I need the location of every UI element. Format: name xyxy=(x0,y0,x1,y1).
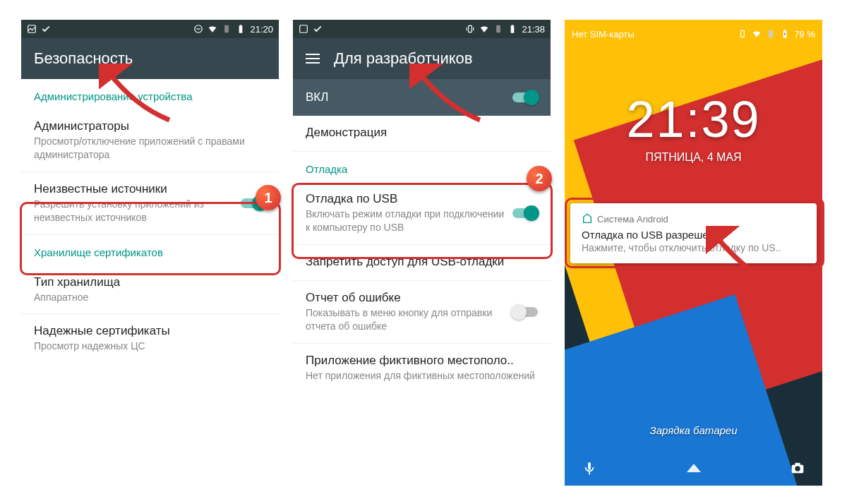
item-title: Администраторы xyxy=(34,119,266,133)
vibrate-icon xyxy=(738,29,747,39)
section-cert-storage: Хранилище сертификатов xyxy=(21,235,279,265)
wifi-icon xyxy=(208,24,217,34)
svg-point-21 xyxy=(795,466,800,471)
clock-label: 21:38 xyxy=(522,24,545,35)
wifi-icon xyxy=(752,29,762,39)
lockscreen-bottom-bar xyxy=(565,460,822,476)
phone-lockscreen: Нет SIM-карты 79 % 21:39 ПЯТНИЦА, 4 МАЯ … xyxy=(565,20,822,486)
svg-rect-16 xyxy=(784,30,786,30)
item-mock-location[interactable]: Приложение фиктивного местополо.. Нет пр… xyxy=(293,344,551,392)
item-desc: Показывать в меню кнопку для отправки от… xyxy=(306,306,505,333)
appbar-title: Для разработчиков xyxy=(334,49,473,68)
svg-rect-10 xyxy=(497,25,501,33)
phone-security: 21:20 Безопасность Администрирование уст… xyxy=(21,20,279,486)
item-title: Надежные сертификаты xyxy=(34,324,266,338)
lockscreen-clock: 21:39 ПЯТНИЦА, 4 МАЯ xyxy=(565,90,822,164)
svg-rect-4 xyxy=(239,25,243,33)
step-badge-2: 2 xyxy=(527,166,552,191)
item-title: Запретить доступ для USB-отладки xyxy=(306,255,538,269)
sim-icon xyxy=(493,24,503,34)
svg-rect-0 xyxy=(28,25,36,33)
svg-rect-7 xyxy=(469,25,472,32)
toggle-developer-master[interactable] xyxy=(512,92,538,102)
sim-icon xyxy=(222,24,232,34)
check-icon xyxy=(313,24,323,34)
item-usb-debugging[interactable]: Отладка по USB Включать режим отладки пр… xyxy=(293,182,551,245)
item-title: Отчет об ошибке xyxy=(306,291,505,305)
appbar-title: Безопасность xyxy=(34,49,133,68)
item-desc: Просмотр надежных ЦС xyxy=(34,340,266,353)
notification-usb-debugging[interactable]: Система Android Отладка по USB разрешена… xyxy=(570,203,817,263)
appbar-security: Безопасность xyxy=(21,38,279,79)
svg-rect-18 xyxy=(588,462,591,470)
appbar-developer: Для разработчиков xyxy=(293,38,551,79)
item-title: Тип хранилища xyxy=(34,275,266,289)
vibrate-icon xyxy=(465,24,475,34)
item-title: Демонстрация xyxy=(306,126,538,140)
charging-label: Зарядка батареи xyxy=(565,424,822,436)
step-badge-1: 1 xyxy=(256,185,281,210)
item-administrators[interactable]: Администраторы Просмотр/отключение прило… xyxy=(21,109,279,172)
item-title: Приложение фиктивного местополо.. xyxy=(306,354,538,368)
voice-icon[interactable] xyxy=(582,460,597,476)
toggle-usb-debugging[interactable] xyxy=(512,208,538,218)
svg-rect-14 xyxy=(769,30,773,38)
item-bug-report[interactable]: Отчет об ошибке Показывать в меню кнопку… xyxy=(293,281,551,344)
section-device-admin: Администрирование устройства xyxy=(21,79,279,109)
dev-content: Демонстрация Отладка Отладка по USB Вклю… xyxy=(293,116,551,392)
chevron-up-icon[interactable] xyxy=(687,464,701,472)
svg-rect-12 xyxy=(512,25,513,25)
svg-rect-3 xyxy=(225,25,229,33)
sim-icon xyxy=(766,29,776,39)
master-toggle-bar: ВКЛ xyxy=(293,79,551,116)
phone-developer: 21:38 Для разработчиков ВКЛ Демонстрация… xyxy=(293,20,551,486)
item-title: Неизвестные источники xyxy=(34,182,234,196)
image-icon xyxy=(299,24,308,34)
clock-time: 21:39 xyxy=(565,90,822,148)
image-icon xyxy=(27,24,37,34)
notification-source: Система Android xyxy=(582,213,805,224)
battery-charging-icon xyxy=(780,29,790,39)
status-bar: 21:38 xyxy=(293,20,551,38)
hamburger-icon[interactable] xyxy=(306,54,320,64)
android-icon xyxy=(582,213,593,224)
svg-rect-5 xyxy=(240,25,241,25)
svg-rect-6 xyxy=(300,25,308,33)
svg-rect-22 xyxy=(795,463,800,466)
item-trusted-certs[interactable]: Надежные сертификаты Просмотр надежных Ц… xyxy=(21,314,279,363)
status-bar: 21:20 xyxy=(21,20,279,38)
status-bar: Нет SIM-карты 79 % xyxy=(565,24,822,44)
item-revoke-usb[interactable]: Запретить доступ для USB-отладки xyxy=(293,245,551,281)
settings-content: Администрирование устройства Администрат… xyxy=(21,79,279,363)
notification-title: Отладка по USB разрешена xyxy=(582,229,805,241)
item-desc: Включать режим отладки при подключении к… xyxy=(306,208,505,234)
section-debugging: Отладка xyxy=(293,152,551,182)
item-desc: Нет приложения для фиктивных местоположе… xyxy=(306,369,538,383)
item-desc: Аппаратное xyxy=(34,291,266,304)
check-icon xyxy=(41,24,51,34)
svg-rect-13 xyxy=(741,30,745,37)
item-demo-mode[interactable]: Демонстрация xyxy=(293,116,551,152)
item-desc: Разрешить установку приложений из неизве… xyxy=(34,198,234,224)
toggle-bug-report[interactable] xyxy=(512,307,538,317)
master-toggle-label: ВКЛ xyxy=(306,90,328,104)
dnd-icon xyxy=(193,24,203,34)
wifi-icon xyxy=(479,24,489,34)
no-sim-label: Нет SIM-карты xyxy=(572,29,635,40)
battery-icon xyxy=(236,24,246,34)
item-storage-type[interactable]: Тип хранилища Аппаратное xyxy=(21,265,279,315)
item-unknown-sources[interactable]: Неизвестные источники Разрешить установк… xyxy=(21,172,279,235)
notification-desc: Нажмите, чтобы отключить отладку по US.. xyxy=(582,242,805,253)
clock-date: ПЯТНИЦА, 4 МАЯ xyxy=(565,151,822,164)
item-title: Отладка по USB xyxy=(306,192,505,206)
clock-label: 21:20 xyxy=(250,24,273,35)
camera-icon[interactable] xyxy=(790,460,805,476)
svg-rect-11 xyxy=(511,25,515,33)
item-desc: Просмотр/отключение приложений с правами… xyxy=(34,135,266,162)
battery-percent: 79 % xyxy=(794,29,815,40)
battery-icon xyxy=(507,24,517,34)
